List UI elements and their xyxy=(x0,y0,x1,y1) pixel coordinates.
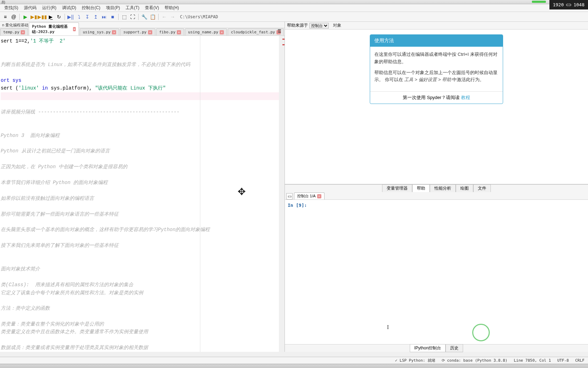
new-console-icon[interactable]: ▭ xyxy=(286,193,293,199)
run-selection-button[interactable]: ▶̲ xyxy=(47,13,54,21)
help-text-1: 在这里你可以通过在编辑器或者终端中按 Ctrl+I 来获得任何对象的帮助信息。 xyxy=(374,51,499,66)
debug-button[interactable]: ▶|| xyxy=(67,13,74,21)
tutorial-link[interactable]: 教程 xyxy=(461,95,470,100)
nav-forward-icon[interactable]: → xyxy=(169,13,176,21)
code-editor[interactable]: sert 1==2,'1 不等于 2' 判断当前系统是否为 Linux，如果不满… xyxy=(0,36,285,352)
menu-tools[interactable]: 工具(T) xyxy=(123,4,142,12)
editor-ruler xyxy=(200,36,200,352)
window-indicator xyxy=(532,1,546,3)
title-fragment: .8) xyxy=(1,0,5,4)
help-card-title: 使用方法 xyxy=(370,35,503,47)
tab-support[interactable]: support.py× xyxy=(120,28,155,35)
help-panel-tabs: 变量管理器 帮助 性能分析 绘图 文件 xyxy=(285,184,588,192)
tab-history[interactable]: 历史 xyxy=(446,344,463,352)
stop-debug-icon[interactable]: ■ xyxy=(109,13,116,21)
help-header: 帮助来源于 控制台 对象 xyxy=(285,22,588,29)
tab-menu-icon[interactable]: ☰ xyxy=(278,29,283,34)
move-cursor-icon: ✥ xyxy=(238,182,246,202)
status-lsp[interactable]: ✓ LSP Python: 就绪 xyxy=(395,358,435,363)
console-body[interactable]: In [9]: I xyxy=(285,200,588,344)
console-prompt: In [9]: xyxy=(288,203,585,208)
menu-help[interactable]: 帮助(H) xyxy=(162,4,182,12)
import-data-icon[interactable]: ⬚ xyxy=(120,13,128,21)
close-icon[interactable]: × xyxy=(73,27,76,31)
nav-back-icon[interactable]: ← xyxy=(160,13,168,21)
toolbar: ≡ @ ▶ ▶▮ ▶▮▮ ▶̲ ↻ ▶|| ⤵ ↧ ↥ ⏭ ■ ⬚ ⛶ 🔧 📋 … xyxy=(0,12,588,22)
at-icon[interactable]: @ xyxy=(10,13,18,21)
step-over-icon[interactable]: ⤵ xyxy=(75,13,83,21)
tab-variable-explorer[interactable]: 变量管理器 xyxy=(382,184,412,192)
scroll-marker xyxy=(282,44,285,45)
menu-bar: 查找(S) 源代码 运行(R) 调试(D) 控制台(C) 项目(P) 工具(T)… xyxy=(0,4,588,12)
step-in-icon[interactable]: ↧ xyxy=(83,13,91,21)
close-icon[interactable]: × xyxy=(112,30,116,34)
status-eol: CRLF xyxy=(575,358,585,363)
taskbar[interactable] xyxy=(0,364,588,368)
tab-temp[interactable]: temp.py× xyxy=(0,28,28,35)
help-card: 使用方法 在这里你可以通过在编辑器或者终端中按 Ctrl+I 来获得任何对象的帮… xyxy=(370,34,503,104)
console-tab[interactable]: 控制台 1/A × xyxy=(294,192,325,199)
cursor-highlight-circle xyxy=(472,324,490,341)
menu-find[interactable]: 查找(S) xyxy=(1,4,21,12)
maximize-icon[interactable]: ⛶ xyxy=(129,13,136,21)
menu-console[interactable]: 控制台(C) xyxy=(79,4,103,12)
close-icon[interactable]: × xyxy=(220,30,224,34)
help-body: 使用方法 在这里你可以通过在编辑器或者终端中按 Ctrl+I 来获得任何对象的帮… xyxy=(285,29,588,184)
run-button[interactable]: ▶ xyxy=(21,13,29,21)
close-icon[interactable]: × xyxy=(177,30,181,34)
tab-help[interactable]: 帮助 xyxy=(412,184,430,192)
scroll-marker xyxy=(282,39,285,40)
menu-debug[interactable]: 调试(D) xyxy=(59,4,79,12)
help-text-2: 帮助信息可以在一个对象之后加上一个左圆括号的时候自动显示。 你可以在 工具 > … xyxy=(374,69,499,84)
tab-files[interactable]: 文件 xyxy=(473,184,491,192)
run-cell-advance-button[interactable]: ▶▮▮ xyxy=(38,13,46,21)
editor-tabs: temp.py× Python 量化编程基础-2023.py× using_sy… xyxy=(0,28,285,36)
rerun-button[interactable]: ↻ xyxy=(55,13,63,21)
console-bottom-tabs: IPython控制台 历史 xyxy=(285,344,588,352)
run-cell-button[interactable]: ▶▮ xyxy=(30,13,38,21)
status-bar: ✓ LSP Python: 就绪 ⟳ conda: base (Python 3… xyxy=(0,357,588,364)
tab-profiler[interactable]: 性能分析 xyxy=(430,184,456,192)
menu-view[interactable]: 查看(V) xyxy=(142,4,162,12)
menu-project[interactable]: 项目(P) xyxy=(103,4,123,12)
preferences-icon[interactable]: 🔧 xyxy=(140,13,148,21)
pythonpath-icon[interactable]: 📋 xyxy=(149,13,156,21)
menu-run[interactable]: 运行(R) xyxy=(39,4,59,12)
tab-plot[interactable]: 绘图 xyxy=(456,184,473,192)
tab-fibo[interactable]: fibo.py× xyxy=(156,28,184,35)
title-bar: .8) xyxy=(0,0,588,4)
status-encoding: UTF-8 xyxy=(557,358,569,363)
help-source-select[interactable]: 控制台 xyxy=(309,23,329,28)
continue-icon[interactable]: ⏭ xyxy=(100,13,108,21)
working-directory[interactable]: C:\Users\MIAPAD xyxy=(180,14,218,19)
help-card-footer: 第一次使用 Spyder？请阅读 教程 xyxy=(370,91,503,104)
right-panel: 帮助来源于 控制台 对象 使用方法 在这里你可以通过在编辑器或者终端中按 Ctr… xyxy=(285,22,588,352)
console-panel: ▭ 控制台 1/A × In [9]: I IPython控制台 历史 xyxy=(285,192,588,352)
close-icon[interactable]: × xyxy=(148,30,152,34)
tab-using-name[interactable]: using_name.py× xyxy=(185,28,227,35)
help-object-label: 对象 xyxy=(333,22,341,28)
step-out-icon[interactable]: ↥ xyxy=(92,13,100,21)
status-conda[interactable]: ⟳ conda: base (Python 3.8.8) xyxy=(442,358,508,363)
editor-scrollbar[interactable] xyxy=(279,36,285,352)
tab-ipython-console[interactable]: IPython控制台 xyxy=(410,344,446,352)
tab-main[interactable]: Python 量化编程基础-2023.py× xyxy=(29,22,79,35)
tab-using-sys[interactable]: using_sys.py× xyxy=(80,28,119,35)
resolution-badge: 1920 ⊂⊃ 1048 xyxy=(549,0,588,9)
status-line-col: Line 7850, Col 1 xyxy=(514,358,551,363)
editor-panel: n 量化编程基础-2023.py temp.py× Python 量化编程基础-… xyxy=(0,22,285,352)
close-icon[interactable]: × xyxy=(21,30,25,34)
menu-source[interactable]: 源代码 xyxy=(21,4,39,12)
tab-cloudpickle[interactable]: cloudpickle_fast.py× xyxy=(228,28,284,35)
console-tabs: ▭ 控制台 1/A × xyxy=(285,192,588,200)
close-icon[interactable]: × xyxy=(317,194,321,198)
help-source-label: 帮助来源于 xyxy=(287,22,308,28)
list-icon[interactable]: ≡ xyxy=(1,13,9,21)
text-cursor-icon: I xyxy=(387,324,389,330)
